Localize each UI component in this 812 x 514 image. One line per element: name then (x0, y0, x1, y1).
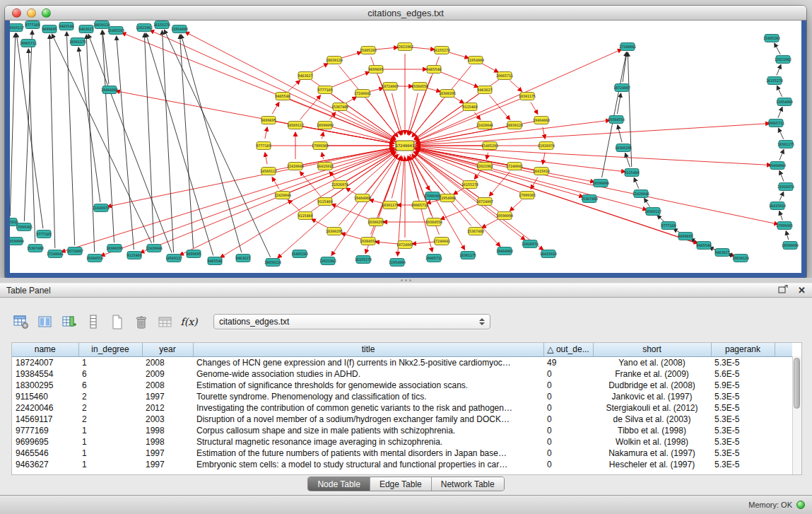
table-cell[interactable]: 5.3E-5 (711, 448, 775, 459)
graph-node-yellow[interactable]: 20065711 (496, 72, 513, 80)
graph-node-teal[interactable]: 9115460 (126, 252, 141, 259)
table-row[interactable]: 977716911998Corpus callosum shape and si… (12, 425, 792, 436)
graph-node-yellow[interactable]: 11954000 (439, 194, 456, 202)
graph-node-teal[interactable]: 20065711 (767, 119, 784, 127)
table-cell[interactable]: Embryonic stem cells: a model to study s… (193, 459, 543, 470)
graph-node-yellow[interactable]: 18301175 (519, 93, 536, 100)
graph-node-teal[interactable]: 17999365 (776, 222, 793, 230)
minimize-window-button[interactable] (27, 8, 36, 18)
graph-node-yellow[interactable]: 18724007 (476, 198, 493, 206)
table-cell[interactable]: 1 (78, 436, 142, 448)
graph-node-teal[interactable]: 10590090 (592, 180, 609, 187)
graph-node-yellow[interactable]: 22420046 (274, 192, 291, 199)
table-cell[interactable]: 2 (78, 414, 142, 425)
table-cell[interactable]: 5.3E-5 (711, 436, 775, 448)
table-scrollbar-thumb[interactable] (794, 358, 800, 409)
table-cell[interactable]: Jankovic et al. (1997) (593, 391, 711, 402)
table-cell[interactable]: 0 (543, 391, 593, 402)
graph-node-teal[interactable]: 21926974 (93, 204, 110, 212)
table-cell[interactable]: 0 (543, 402, 593, 414)
graph-node-teal[interactable]: 9463627 (235, 255, 250, 262)
graph-node-teal[interactable]: 9465546 (207, 257, 222, 265)
graph-node-teal[interactable]: 20065711 (425, 255, 442, 262)
table-scrollbar[interactable] (792, 356, 801, 474)
graph-node-teal[interactable]: 17999365 (16, 223, 33, 231)
graph-node-teal[interactable]: 12021962 (136, 24, 153, 32)
new-column-icon[interactable] (59, 313, 78, 332)
show-columns-icon[interactable] (35, 313, 54, 332)
graph-node-yellow[interactable]: 10590090 (317, 122, 334, 129)
graph-node-teal[interactable]: 9777169 (36, 230, 51, 238)
table-row[interactable]: 946554611997Estimation of the future num… (12, 448, 792, 459)
graph-node-teal[interactable]: 15367488 (581, 195, 598, 203)
table-row[interactable]: 1872400712008Changes of HCN gene express… (12, 356, 792, 368)
graph-node-yellow[interactable]: 15485203 (360, 47, 377, 54)
graph-node-yellow[interactable]: 21926974 (538, 142, 555, 150)
graph-node-yellow[interactable]: 9115460 (462, 103, 477, 111)
table-cell[interactable]: 5.3E-5 (711, 356, 775, 368)
graph-node-teal[interactable]: 15485203 (291, 250, 308, 258)
graph-node-teal[interactable]: 15367488 (27, 245, 44, 252)
graph-node-yellow[interactable]: 16155278 (433, 47, 450, 54)
graph-node-teal[interactable]: 18830124 (264, 259, 281, 267)
table-cell[interactable]: 5.3E-5 (711, 414, 775, 425)
table-cell[interactable]: 49 (543, 356, 593, 368)
graph-node-yellow[interactable]: 9115460 (298, 212, 312, 220)
graph-node-teal[interactable]: 16415018 (540, 250, 557, 258)
graph-node-yellow[interactable]: 15485203 (481, 142, 498, 150)
graph-node-teal[interactable]: 9463627 (78, 25, 93, 33)
table-cell[interactable]: 0 (543, 425, 593, 436)
table-row[interactable]: 1456911722003Disruption of a novel membe… (12, 414, 792, 425)
table-cell[interactable]: 5.5E-5 (711, 402, 775, 414)
graph-node-teal[interactable]: 9699695 (186, 250, 201, 258)
graph-node-yellow[interactable]: 12021962 (396, 43, 413, 51)
table-cell[interactable]: Estimation of significance thresholds fo… (193, 380, 543, 391)
table-cell[interactable]: 2009 (142, 368, 193, 380)
graph-node-teal[interactable]: 20065711 (20, 40, 37, 47)
graph-node-teal[interactable]: 15485203 (763, 35, 780, 42)
table-cell[interactable]: 2012 (142, 402, 193, 414)
table-cell[interactable]: 1 (78, 425, 142, 436)
table-cell[interactable]: 2 (78, 402, 142, 414)
table-cell[interactable]: 0 (543, 459, 593, 470)
graph-node-teal[interactable]: 17999365 (424, 192, 441, 200)
graph-node-teal[interactable]: 9465546 (59, 23, 73, 30)
table-cell[interactable]: 1 (78, 356, 142, 368)
table-row[interactable]: 946362711997Embryonic stem cells: a mode… (12, 459, 792, 470)
tab-edge-table[interactable]: Edge Table (370, 477, 432, 491)
table-cell[interactable]: 5.3E-5 (711, 391, 775, 402)
float-panel-icon[interactable] (778, 285, 788, 296)
graph-node-yellow[interactable]: 9465546 (426, 66, 441, 74)
graph-node-teal[interactable]: 18301175 (69, 38, 86, 46)
graph-node-teal[interactable]: 16415018 (769, 202, 786, 210)
table-cell[interactable]: 9699695 (12, 436, 78, 448)
graph-node-teal[interactable]: 11954000 (776, 98, 793, 106)
graph-node-teal[interactable]: 18300295 (106, 245, 123, 252)
column-header[interactable]: year (142, 343, 193, 356)
graph-node-teal[interactable]: 12021962 (775, 56, 792, 64)
table-cell[interactable]: 1998 (142, 436, 193, 448)
graph-node-yellow[interactable]: 18300295 (367, 218, 384, 226)
graph-node-teal[interactable]: 9463627 (714, 249, 729, 257)
table-row[interactable]: 969969511998Structural magnetic resonanc… (12, 436, 792, 448)
table-cell[interactable]: 18724007 (12, 356, 78, 368)
table-cell[interactable]: 6 (78, 380, 142, 391)
table-cell[interactable]: 5.9E-5 (711, 380, 775, 391)
graph-node-yellow[interactable]: 11954000 (467, 57, 484, 64)
table-cell[interactable]: Yano et al. (2008) (593, 356, 711, 368)
graph-node-teal[interactable]: 21926974 (522, 240, 539, 248)
window-titlebar[interactable]: citations_edges.txt (5, 6, 806, 21)
table-cell[interactable]: 6 (78, 368, 142, 380)
table-cell[interactable]: 9465546 (12, 448, 78, 459)
graph-node-teal[interactable]: 22420046 (632, 190, 649, 198)
graph-node-yellow[interactable]: 16415018 (317, 163, 334, 170)
table-cell[interactable]: 1 (78, 448, 142, 459)
table-cell[interactable]: Stergiakouli et al. (2012) (593, 402, 711, 414)
table-cell[interactable]: 19384554 (12, 368, 78, 380)
table-cell[interactable]: 18300295 (12, 380, 78, 391)
graph-node-yellow[interactable]: 19384554 (360, 238, 377, 245)
graph-node-teal[interactable]: 18724007 (66, 247, 83, 255)
table-cell[interactable]: 2008 (142, 380, 193, 391)
graph-node-yellow[interactable]: 22420046 (476, 122, 493, 129)
table-cell[interactable]: 0 (543, 436, 593, 448)
